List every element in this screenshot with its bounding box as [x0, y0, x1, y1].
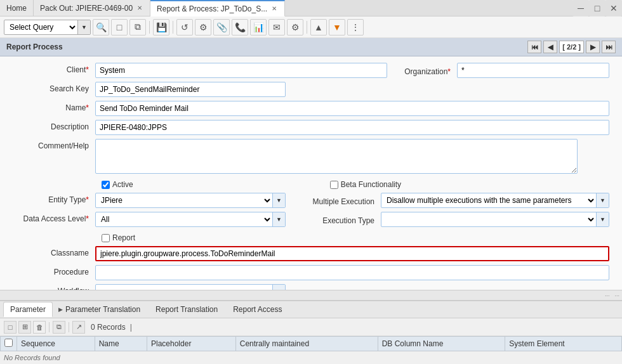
entity-type-arrow[interactable]: ▼ [272, 193, 285, 207]
tab-report-close[interactable]: ✕ [270, 4, 278, 13]
workflow-select-wrap[interactable]: ▼ [95, 284, 286, 290]
data-access-select[interactable]: All Client only Organization Client+Orga… [96, 212, 272, 226]
workflow-arrow[interactable]: ▼ [272, 285, 285, 290]
report-label[interactable]: Report [112, 233, 135, 242]
data-table: Sequence Name Placeholder Centrally main… [0, 336, 622, 351]
refresh-btn[interactable]: ↺ [176, 19, 193, 36]
client-label: Client [13, 63, 89, 74]
row-active-beta: Active Beta Functionality [13, 178, 609, 189]
process-btn[interactable]: ⚙ [195, 19, 211, 36]
tab-parameter-translation-arrow: ▶ [58, 306, 63, 313]
window-maximize-btn[interactable]: □ [589, 0, 605, 16]
app-window: Home Pack Out: JPIERE-0469-00 ✕ Report &… [0, 0, 622, 364]
beta-checkbox[interactable] [330, 181, 338, 189]
settings-btn[interactable]: ⚙ [287, 19, 303, 36]
tab-report[interactable]: Report & Process: JP_ToDo_S... ✕ [150, 0, 285, 16]
nav-first-btn[interactable]: ⏮ [527, 41, 541, 53]
phone-btn[interactable]: 📞 [232, 19, 248, 36]
search-btn[interactable]: 🔍 [93, 19, 109, 36]
row-entity-multiple: Entity Type JPiere D C U ▼ Multiple Exec… [13, 193, 609, 208]
tab-report-access[interactable]: Report Access [226, 302, 289, 317]
description-label: Description [13, 120, 89, 131]
scroll-right-indicator: ··· [614, 292, 619, 299]
multiple-execution-select-wrap[interactable]: Disallow multiple executions with the sa… [381, 193, 609, 208]
workflow-select[interactable] [96, 285, 272, 290]
form-scroll-area: Client Organization Search Key Name Desc… [0, 56, 622, 290]
organization-label: Organization [394, 65, 451, 76]
name-label: Name [13, 101, 89, 112]
col-placeholder: Placeholder [147, 337, 236, 351]
data-access-select-wrap[interactable]: All Client only Organization Client+Orga… [95, 212, 286, 227]
multiple-execution-select[interactable]: Disallow multiple executions with the sa… [381, 193, 596, 207]
entity-type-select[interactable]: JPiere D C U [96, 193, 272, 207]
organization-input[interactable] [457, 63, 609, 78]
procedure-label: Procedure [13, 265, 89, 276]
window-minimize-btn[interactable]: ─ [572, 0, 589, 16]
beta-checkbox-wrap: Beta Functionality [330, 178, 401, 189]
report-checkbox[interactable] [102, 234, 110, 242]
tab-parameter-label: Parameter [10, 305, 46, 314]
description-input[interactable] [95, 120, 609, 135]
tab-report-access-label: Report Access [233, 305, 282, 314]
row-procedure: Procedure [13, 265, 609, 280]
nav-last-btn[interactable]: ⏭ [602, 41, 616, 53]
tab-packout[interactable]: Pack Out: JPIERE-0469-00 ✕ [34, 0, 150, 16]
select-query-dropdown-btn[interactable]: ▼ [77, 20, 90, 34]
tab-parameter[interactable]: Parameter [3, 302, 53, 317]
search-key-input[interactable] [95, 82, 286, 97]
procedure-input[interactable] [95, 265, 609, 280]
multiple-execution-arrow[interactable]: ▼ [596, 193, 609, 207]
select-query-wrap[interactable]: Select Query ▼ [4, 20, 91, 35]
records-sep: | [130, 323, 132, 332]
tab-parameter-translation[interactable]: ▶ Parameter Translation [54, 302, 147, 317]
table-new-btn[interactable]: □ [4, 321, 17, 334]
classname-input[interactable] [95, 246, 609, 261]
row-data-access-execution: Data Access Level All Client only Organi… [13, 212, 609, 227]
table-copy-btn[interactable]: ⧉ [53, 321, 65, 334]
active-checkbox[interactable] [102, 181, 110, 189]
copy-btn[interactable]: ⧉ [129, 19, 146, 36]
col-db-column-name: DB Column Name [378, 337, 505, 351]
table-del-btn[interactable]: 🗑 [33, 321, 46, 334]
nav-prev-btn[interactable]: ◀ [543, 41, 557, 53]
client-input[interactable] [95, 63, 387, 78]
nav-counter: [ 2/2 ] [559, 41, 584, 53]
more-btn[interactable]: ⋮ [347, 19, 364, 36]
data-table-wrap: Sequence Name Placeholder Centrally main… [0, 336, 622, 364]
nav-controls: ⏮ ◀ [ 2/2 ] ▶ ⏭ [527, 41, 616, 53]
execution-type-select-wrap[interactable]: ▼ [381, 212, 609, 227]
execution-type-arrow[interactable]: ▼ [596, 212, 609, 226]
select-all-checkbox[interactable] [4, 339, 13, 347]
bottom-toolbar: □ ⊞ 🗑 ⧉ ↗ 0 Records | [0, 318, 622, 336]
active-label[interactable]: Active [112, 180, 133, 189]
new-btn[interactable]: □ [111, 19, 128, 36]
report-btn[interactable]: 📊 [250, 19, 267, 36]
attach-btn[interactable]: 📎 [213, 19, 230, 36]
entity-type-select-wrap[interactable]: JPiere D C U ▼ [95, 193, 286, 208]
mail-btn[interactable]: ✉ [268, 19, 285, 36]
tab-home[interactable]: Home [0, 0, 34, 16]
toolbar-sep-1 [149, 21, 150, 34]
table-grid-btn[interactable]: ⊞ [18, 321, 31, 334]
nav-next-btn[interactable]: ▶ [586, 41, 600, 53]
section-title: Report Process [6, 42, 63, 51]
comment-textarea[interactable] [95, 139, 578, 174]
bottom-toolbar-sep-1 [49, 322, 50, 332]
col-centrally-maintained: Centrally maintained [235, 337, 378, 351]
up-btn[interactable]: ▲ [310, 19, 327, 36]
down-btn[interactable]: ▼ [329, 19, 345, 36]
tab-packout-close[interactable]: ✕ [136, 4, 143, 12]
execution-type-select[interactable] [381, 212, 596, 226]
data-access-arrow[interactable]: ▼ [272, 212, 285, 226]
window-close-btn[interactable]: ✕ [605, 0, 622, 16]
report-checkbox-wrap: Report [102, 231, 135, 242]
col-system-element: System Element [505, 337, 622, 351]
entity-type-label: Entity Type [13, 193, 89, 204]
select-query-input[interactable]: Select Query [4, 22, 77, 32]
table-export-btn[interactable]: ↗ [72, 321, 85, 334]
name-input[interactable] [95, 101, 609, 116]
beta-label[interactable]: Beta Functionality [341, 180, 401, 189]
records-count: 0 Records [91, 323, 126, 332]
save-btn[interactable]: 💾 [153, 19, 169, 36]
tab-report-translation[interactable]: Report Translation [149, 302, 225, 317]
